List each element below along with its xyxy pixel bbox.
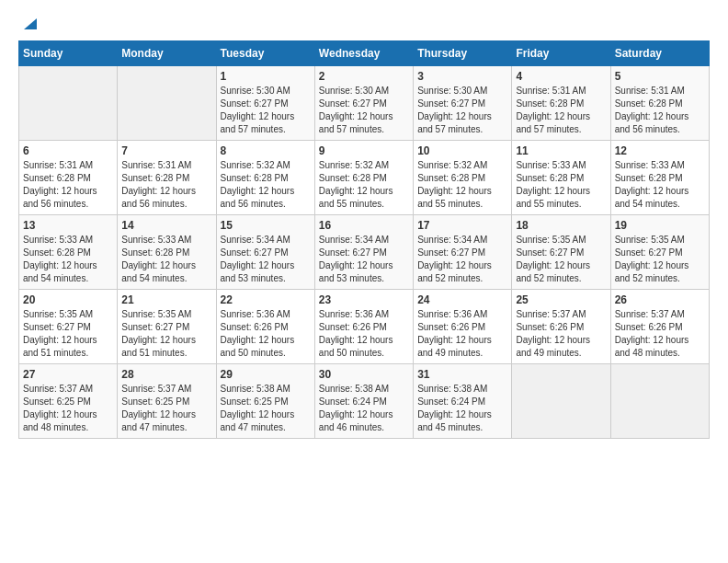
calendar-day-cell: 25Sunrise: 5:37 AM Sunset: 6:26 PM Dayli…	[512, 290, 610, 364]
day-number: 21	[121, 293, 211, 306]
day-number: 5	[615, 70, 705, 83]
day-number: 25	[516, 293, 606, 306]
day-info: Sunrise: 5:33 AM Sunset: 6:28 PM Dayligh…	[23, 234, 113, 285]
calendar-day-cell: 5Sunrise: 5:31 AM Sunset: 6:28 PM Daylig…	[610, 66, 709, 141]
calendar-day-cell: 27Sunrise: 5:37 AM Sunset: 6:25 PM Dayli…	[19, 364, 118, 439]
day-number: 2	[319, 70, 409, 83]
calendar-day-cell: 4Sunrise: 5:31 AM Sunset: 6:28 PM Daylig…	[512, 66, 610, 141]
day-of-week-header: Wednesday	[314, 41, 413, 66]
day-number: 28	[121, 368, 211, 381]
calendar-day-cell	[610, 364, 709, 439]
day-info: Sunrise: 5:30 AM Sunset: 6:27 PM Dayligh…	[221, 85, 311, 136]
day-number: 19	[615, 219, 705, 232]
day-info: Sunrise: 5:35 AM Sunset: 6:27 PM Dayligh…	[615, 234, 705, 285]
calendar-day-cell: 23Sunrise: 5:36 AM Sunset: 6:26 PM Dayli…	[314, 290, 413, 364]
day-info: Sunrise: 5:35 AM Sunset: 6:27 PM Dayligh…	[23, 308, 113, 360]
day-number: 18	[516, 219, 606, 232]
day-info: Sunrise: 5:37 AM Sunset: 6:26 PM Dayligh…	[615, 308, 705, 360]
day-info: Sunrise: 5:34 AM Sunset: 6:27 PM Dayligh…	[221, 234, 311, 285]
day-number: 9	[319, 144, 409, 157]
logo-icon	[20, 15, 37, 31]
calendar-day-cell: 7Sunrise: 5:31 AM Sunset: 6:28 PM Daylig…	[118, 141, 216, 215]
day-info: Sunrise: 5:34 AM Sunset: 6:27 PM Dayligh…	[319, 234, 409, 285]
day-info: Sunrise: 5:31 AM Sunset: 6:28 PM Dayligh…	[121, 159, 211, 211]
day-number: 4	[516, 70, 606, 83]
calendar-day-cell: 19Sunrise: 5:35 AM Sunset: 6:27 PM Dayli…	[610, 215, 709, 290]
day-number: 30	[319, 368, 409, 381]
calendar-day-cell: 2Sunrise: 5:30 AM Sunset: 6:27 PM Daylig…	[314, 66, 413, 141]
day-info: Sunrise: 5:31 AM Sunset: 6:28 PM Dayligh…	[516, 85, 606, 136]
calendar-week-row: 20Sunrise: 5:35 AM Sunset: 6:27 PM Dayli…	[19, 290, 710, 364]
day-of-week-header: Monday	[118, 41, 216, 66]
calendar-day-cell	[512, 364, 610, 439]
day-info: Sunrise: 5:36 AM Sunset: 6:26 PM Dayligh…	[221, 308, 311, 360]
calendar-day-cell: 13Sunrise: 5:33 AM Sunset: 6:28 PM Dayli…	[19, 215, 118, 290]
day-info: Sunrise: 5:32 AM Sunset: 6:28 PM Dayligh…	[319, 159, 409, 211]
day-info: Sunrise: 5:36 AM Sunset: 6:26 PM Dayligh…	[417, 308, 507, 360]
calendar-table: SundayMondayTuesdayWednesdayThursdayFrid…	[18, 40, 710, 439]
day-number: 12	[615, 144, 705, 157]
day-number: 26	[615, 293, 705, 306]
calendar-day-cell: 28Sunrise: 5:37 AM Sunset: 6:25 PM Dayli…	[118, 364, 216, 439]
calendar-day-cell	[19, 66, 118, 141]
calendar-week-row: 13Sunrise: 5:33 AM Sunset: 6:28 PM Dayli…	[19, 215, 710, 290]
logo	[18, 18, 37, 31]
calendar-day-cell: 8Sunrise: 5:32 AM Sunset: 6:28 PM Daylig…	[216, 141, 314, 215]
day-of-week-header: Saturday	[610, 41, 709, 66]
day-info: Sunrise: 5:37 AM Sunset: 6:25 PM Dayligh…	[23, 383, 113, 434]
day-of-week-header: Thursday	[414, 41, 512, 66]
day-number: 11	[516, 144, 606, 157]
calendar-day-cell: 31Sunrise: 5:38 AM Sunset: 6:24 PM Dayli…	[414, 364, 512, 439]
day-info: Sunrise: 5:36 AM Sunset: 6:26 PM Dayligh…	[319, 308, 409, 360]
calendar-day-cell: 22Sunrise: 5:36 AM Sunset: 6:26 PM Dayli…	[216, 290, 314, 364]
day-number: 14	[121, 219, 211, 232]
calendar-body: 1Sunrise: 5:30 AM Sunset: 6:27 PM Daylig…	[19, 66, 710, 439]
calendar-week-row: 27Sunrise: 5:37 AM Sunset: 6:25 PM Dayli…	[19, 364, 710, 439]
day-info: Sunrise: 5:37 AM Sunset: 6:26 PM Dayligh…	[516, 308, 606, 360]
calendar-day-cell: 9Sunrise: 5:32 AM Sunset: 6:28 PM Daylig…	[314, 141, 413, 215]
calendar-day-cell: 15Sunrise: 5:34 AM Sunset: 6:27 PM Dayli…	[216, 215, 314, 290]
calendar-day-cell: 24Sunrise: 5:36 AM Sunset: 6:26 PM Dayli…	[414, 290, 512, 364]
calendar-day-cell: 10Sunrise: 5:32 AM Sunset: 6:28 PM Dayli…	[414, 141, 512, 215]
day-info: Sunrise: 5:31 AM Sunset: 6:28 PM Dayligh…	[615, 85, 705, 136]
calendar-day-cell: 12Sunrise: 5:33 AM Sunset: 6:28 PM Dayli…	[610, 141, 709, 215]
day-info: Sunrise: 5:31 AM Sunset: 6:28 PM Dayligh…	[23, 159, 113, 211]
day-info: Sunrise: 5:38 AM Sunset: 6:25 PM Dayligh…	[221, 383, 311, 434]
day-info: Sunrise: 5:34 AM Sunset: 6:27 PM Dayligh…	[417, 234, 507, 285]
day-header-row: SundayMondayTuesdayWednesdayThursdayFrid…	[19, 41, 710, 66]
day-number: 20	[23, 293, 113, 306]
day-info: Sunrise: 5:37 AM Sunset: 6:25 PM Dayligh…	[121, 383, 211, 434]
day-info: Sunrise: 5:30 AM Sunset: 6:27 PM Dayligh…	[319, 85, 409, 136]
calendar-day-cell: 6Sunrise: 5:31 AM Sunset: 6:28 PM Daylig…	[19, 141, 118, 215]
day-info: Sunrise: 5:32 AM Sunset: 6:28 PM Dayligh…	[221, 159, 311, 211]
calendar-day-cell: 3Sunrise: 5:30 AM Sunset: 6:27 PM Daylig…	[414, 66, 512, 141]
day-info: Sunrise: 5:33 AM Sunset: 6:28 PM Dayligh…	[615, 159, 705, 211]
calendar-day-cell: 18Sunrise: 5:35 AM Sunset: 6:27 PM Dayli…	[512, 215, 610, 290]
day-number: 22	[221, 293, 311, 306]
day-number: 1	[221, 70, 311, 83]
calendar-day-cell: 11Sunrise: 5:33 AM Sunset: 6:28 PM Dayli…	[512, 141, 610, 215]
calendar-day-cell: 17Sunrise: 5:34 AM Sunset: 6:27 PM Dayli…	[414, 215, 512, 290]
day-number: 13	[23, 219, 113, 232]
day-number: 7	[121, 144, 211, 157]
day-info: Sunrise: 5:33 AM Sunset: 6:28 PM Dayligh…	[516, 159, 606, 211]
day-number: 31	[417, 368, 507, 381]
calendar-day-cell: 30Sunrise: 5:38 AM Sunset: 6:24 PM Dayli…	[314, 364, 413, 439]
calendar-day-cell: 16Sunrise: 5:34 AM Sunset: 6:27 PM Dayli…	[314, 215, 413, 290]
day-number: 8	[221, 144, 311, 157]
day-of-week-header: Tuesday	[216, 41, 314, 66]
day-of-week-header: Sunday	[19, 41, 118, 66]
day-number: 16	[319, 219, 409, 232]
calendar-header: SundayMondayTuesdayWednesdayThursdayFrid…	[19, 41, 710, 66]
calendar-day-cell: 14Sunrise: 5:33 AM Sunset: 6:28 PM Dayli…	[118, 215, 216, 290]
day-number: 10	[417, 144, 507, 157]
day-info: Sunrise: 5:35 AM Sunset: 6:27 PM Dayligh…	[121, 308, 211, 360]
day-number: 29	[221, 368, 311, 381]
day-info: Sunrise: 5:35 AM Sunset: 6:27 PM Dayligh…	[516, 234, 606, 285]
calendar-day-cell	[118, 66, 216, 141]
day-number: 15	[221, 219, 311, 232]
day-info: Sunrise: 5:38 AM Sunset: 6:24 PM Dayligh…	[417, 383, 507, 434]
page-header	[18, 18, 710, 31]
day-info: Sunrise: 5:38 AM Sunset: 6:24 PM Dayligh…	[319, 383, 409, 434]
day-info: Sunrise: 5:32 AM Sunset: 6:28 PM Dayligh…	[417, 159, 507, 211]
